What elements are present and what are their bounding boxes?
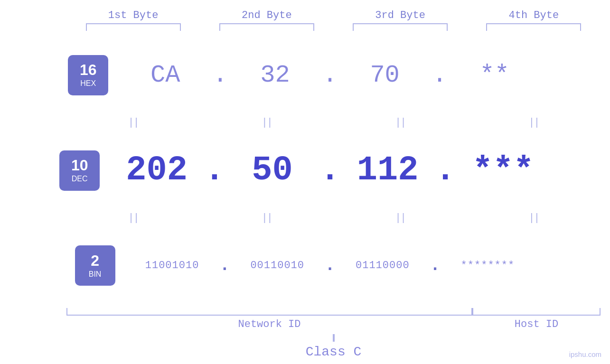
eq1-cell3: || — [353, 117, 448, 129]
equals-row-1: || || || || — [0, 116, 610, 130]
dec-badge: 10 DEC — [59, 150, 100, 191]
byte-headers-row: 1st Byte 2nd Byte 3rd Byte 4th Byte — [0, 9, 610, 21]
lower-brackets-row — [66, 308, 601, 316]
hex-byte4-cell: ** — [447, 61, 542, 89]
equals-row-2: || || || || — [0, 211, 610, 225]
bin-byte2-value: 00110010 — [250, 260, 304, 271]
dec-values: 202 . 50 . 112 . *** — [109, 151, 551, 190]
host-id-label: Host ID — [515, 318, 558, 330]
bracket-byte4 — [486, 23, 581, 31]
top-brackets — [0, 23, 610, 31]
dec-base-number: 10 — [71, 158, 88, 173]
hex-values: CA . 32 . 70 . ** — [118, 61, 542, 89]
network-id-label-cell: Network ID — [66, 318, 472, 330]
hex-byte1-value: CA — [150, 61, 180, 89]
host-id-bracket — [472, 308, 601, 316]
bin-byte4-cell: ******** — [440, 260, 535, 271]
eq2-cell1: || — [86, 212, 181, 224]
bin-dot1: . — [220, 256, 230, 275]
eq2-sign4: || — [528, 212, 539, 224]
bin-byte3-cell: 01110000 — [335, 260, 430, 271]
bin-values: 11001010 . 00110010 . 01110000 . *******… — [125, 256, 535, 275]
bin-byte4-value: ******** — [461, 260, 515, 271]
hex-dot3: . — [432, 61, 447, 89]
eq2-sign2: || — [262, 212, 272, 224]
dec-byte1-cell: 202 — [109, 151, 204, 190]
byte2-header: 2nd Byte — [219, 9, 314, 21]
eq1-cell1: || — [86, 117, 181, 129]
hex-byte1-cell: CA — [118, 61, 213, 89]
class-bracket — [333, 334, 335, 342]
hex-byte4-value: ** — [480, 61, 509, 89]
dec-byte3-cell: 112 — [340, 151, 435, 190]
hex-byte3-value: 70 — [370, 61, 399, 89]
hex-base-label: HEX — [80, 79, 96, 88]
eq2-cell3: || — [353, 212, 448, 224]
eq1-sign1: || — [128, 117, 138, 129]
dec-byte2-cell: 50 — [225, 151, 319, 190]
watermark: ipshu.com — [569, 350, 601, 358]
dec-byte2-value: 50 — [252, 151, 292, 190]
byte4-header: 4th Byte — [486, 9, 581, 21]
byte3-header: 3rd Byte — [353, 9, 448, 21]
bin-byte3-value: 01110000 — [356, 260, 410, 271]
bin-row: 2 BIN 11001010 . 00110010 . 01110000 . *… — [75, 225, 535, 306]
bin-byte1-value: 11001010 — [145, 260, 199, 271]
dec-byte3-value: 112 — [357, 151, 419, 190]
eq1-cell4: || — [486, 117, 581, 129]
eq1-sign4: || — [528, 117, 539, 129]
hex-byte3-cell: 70 — [338, 61, 432, 89]
eq2-sign3: || — [395, 212, 405, 224]
hex-badge: 16 HEX — [68, 55, 108, 95]
bin-base-number: 2 — [91, 253, 99, 268]
eq2-cell2: || — [219, 212, 314, 224]
dec-row: 10 DEC 202 . 50 . 112 . *** — [59, 130, 551, 211]
bracket-byte3 — [353, 23, 448, 31]
hex-byte2-cell: 32 — [227, 61, 322, 89]
byte1-header: 1st Byte — [86, 9, 181, 21]
bracket-byte2 — [219, 23, 314, 31]
hex-byte2-value: 32 — [260, 61, 290, 89]
main-container: 1st Byte 2nd Byte 3rd Byte 4th Byte 16 H… — [0, 0, 610, 364]
dec-base-label: DEC — [72, 175, 88, 183]
bin-byte1-cell: 11001010 — [125, 260, 220, 271]
bin-base-label: BIN — [89, 270, 102, 279]
hex-base-number: 16 — [80, 62, 97, 77]
dec-byte1-value: 202 — [126, 151, 188, 190]
segment-labels-row: Network ID Host ID — [66, 318, 601, 330]
eq1-cell2: || — [219, 117, 314, 129]
class-bracket-row — [266, 334, 344, 342]
dec-byte4-cell: *** — [456, 151, 551, 190]
eq2-sign1: || — [128, 212, 138, 224]
hex-dot2: . — [322, 61, 337, 89]
bin-dot3: . — [430, 256, 441, 275]
host-id-label-cell: Host ID — [472, 318, 601, 330]
bin-badge: 2 BIN — [75, 245, 115, 286]
class-label: Class C — [306, 345, 362, 359]
dec-dot1: . — [204, 151, 225, 190]
dec-dot2: . — [319, 151, 340, 190]
bracket-byte1 — [86, 23, 181, 31]
hex-dot1: . — [213, 61, 227, 89]
bottom-brackets-area: Network ID Host ID — [0, 308, 610, 330]
dec-dot3: . — [435, 151, 456, 190]
network-id-bracket — [66, 308, 472, 316]
eq1-sign3: || — [395, 117, 405, 129]
bin-byte2-cell: 00110010 — [230, 260, 325, 271]
eq2-cell4: || — [486, 212, 581, 224]
eq1-sign2: || — [262, 117, 272, 129]
network-id-label: Network ID — [238, 318, 300, 330]
dec-byte4-value: *** — [472, 151, 534, 190]
hex-row: 16 HEX CA . 32 . 70 . ** — [68, 35, 542, 116]
class-label-row: Class C — [239, 345, 371, 359]
bin-dot2: . — [325, 256, 335, 275]
